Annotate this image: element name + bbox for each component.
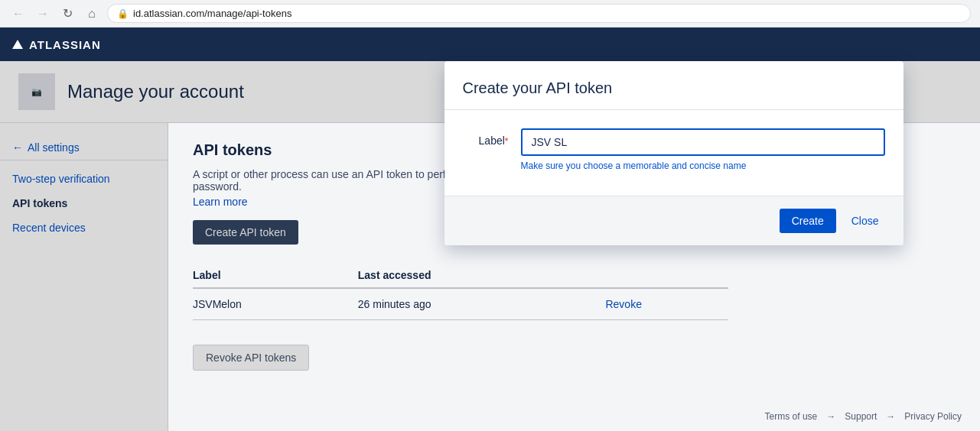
label-field-wrap: Make sure you choose a memorable and con… xyxy=(521,128,885,171)
arrow-icon-1: → xyxy=(826,411,835,422)
table-row: JSVMelon 26 minutes ago Revoke xyxy=(193,288,728,320)
label-input[interactable] xyxy=(521,128,885,156)
token-accessed-cell: 26 minutes ago xyxy=(358,288,606,320)
form-hint: Make sure you choose a memorable and con… xyxy=(521,160,885,171)
sidebar-item-label: Two-step verification xyxy=(12,173,110,185)
sidebar-item-label: API tokens xyxy=(12,197,67,209)
back-arrow-icon: ← xyxy=(12,141,23,154)
revoke-all-button[interactable]: Revoke API tokens xyxy=(193,345,309,371)
required-indicator: * xyxy=(505,136,509,147)
sidebar-back-label: All settings xyxy=(28,141,80,154)
reload-button[interactable]: ↻ xyxy=(58,5,77,23)
modal-close-button[interactable]: Close xyxy=(845,209,885,233)
sidebar-back-link[interactable]: ← All settings xyxy=(0,135,168,160)
token-table: Label Last accessed JSVMelon 26 minutes … xyxy=(193,263,728,320)
create-api-token-button[interactable]: Create API token xyxy=(193,220,298,245)
modal-title: Create your API token xyxy=(463,79,613,96)
create-api-token-modal: Create your API token Label* Make sure y… xyxy=(444,61,903,245)
sidebar-item-recent-devices[interactable]: Recent devices xyxy=(0,216,168,240)
label-field-label: Label* xyxy=(463,128,509,147)
revoke-link[interactable]: Revoke xyxy=(605,298,641,310)
label-form-row: Label* Make sure you choose a memorable … xyxy=(463,128,885,171)
token-label-cell: JSVMelon xyxy=(193,288,358,320)
sidebar-item-two-step[interactable]: Two-step verification xyxy=(0,167,168,191)
col-actions-header xyxy=(605,263,728,288)
lock-icon: 🔒 xyxy=(117,8,129,19)
page-title: Manage your account xyxy=(67,81,244,102)
back-button[interactable]: ← xyxy=(9,5,28,23)
modal-body: Label* Make sure you choose a memorable … xyxy=(444,110,903,196)
avatar-placeholder: 📷 xyxy=(31,87,42,97)
top-nav: ATLASSIAN xyxy=(0,28,980,61)
address-bar[interactable]: 🔒 id.atlassian.com/manage/api-tokens xyxy=(107,4,971,23)
home-button[interactable]: ⌂ xyxy=(83,5,101,23)
sidebar-item-label: Recent devices xyxy=(12,222,86,234)
modal-footer: Create Close xyxy=(444,196,903,245)
support-link[interactable]: Support xyxy=(845,411,877,422)
col-label-header: Label xyxy=(193,263,358,288)
col-accessed-header: Last accessed xyxy=(358,263,606,288)
footer-links: Terms of use → Support → Privacy Policy xyxy=(765,411,962,422)
atlassian-logo-text: ATLASSIAN xyxy=(29,38,101,51)
sidebar-item-api-tokens: API tokens xyxy=(0,191,168,216)
forward-button[interactable]: → xyxy=(34,5,52,23)
url-text: id.atlassian.com/manage/api-tokens xyxy=(133,8,291,19)
avatar: 📷 xyxy=(18,73,55,110)
atlassian-triangle-icon xyxy=(12,40,23,49)
learn-more-link[interactable]: Learn more xyxy=(193,196,248,208)
atlassian-logo: ATLASSIAN xyxy=(12,38,101,51)
terms-link[interactable]: Terms of use xyxy=(765,411,818,422)
browser-chrome: ← → ↻ ⌂ 🔒 id.atlassian.com/manage/api-to… xyxy=(0,0,980,28)
privacy-link[interactable]: Privacy Policy xyxy=(904,411,962,422)
arrow-icon-2: → xyxy=(886,411,895,422)
modal-create-button[interactable]: Create xyxy=(780,209,836,233)
sidebar: ← All settings Two-step verification API… xyxy=(0,123,168,431)
modal-header: Create your API token xyxy=(444,61,903,110)
